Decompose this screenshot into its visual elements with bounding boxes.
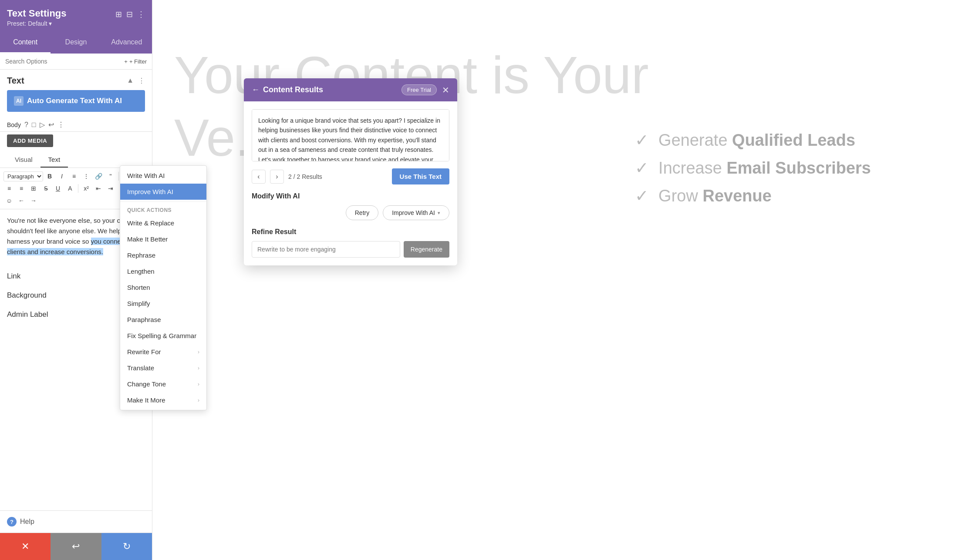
shorten-label: Shorten (127, 284, 150, 291)
change-tone-item[interactable]: Change Tone › (120, 376, 206, 392)
align-right-button[interactable]: ≡ (3, 183, 15, 194)
close-footer-icon: ✕ (21, 541, 29, 552)
bg-checklist: ✓ Generate Qualified Leads ✓ Increase Em… (635, 131, 871, 214)
fix-spelling-label: Fix Spelling & Grammar (127, 332, 196, 339)
improve-dropdown: Write With AI Improve With AI Quick Acti… (120, 165, 207, 410)
write-replace-item[interactable]: Write & Replace (120, 215, 206, 231)
emoji-button[interactable]: ☺ (3, 195, 15, 206)
help-row: ? Help (0, 510, 152, 533)
improve-with-ai-item[interactable]: Improve With AI (120, 184, 206, 200)
write-with-ai-item[interactable]: Write With AI (120, 168, 206, 184)
make-it-more-chevron: › (198, 397, 199, 403)
indent-right-button[interactable]: ⇥ (105, 183, 116, 194)
section-more-icon[interactable]: ⋮ (138, 77, 145, 85)
tab-advanced[interactable]: Advanced (101, 32, 152, 54)
text-color-button[interactable]: A (64, 183, 76, 194)
modal-close-button[interactable]: ✕ (442, 85, 449, 95)
result-count: 2 / 2 Results (288, 173, 322, 180)
undo-toolbar-icon[interactable]: ↩ (48, 121, 54, 129)
strikethrough-button[interactable]: S̶ (40, 183, 51, 194)
translate-label: Translate (127, 364, 154, 372)
redo-format-button[interactable]: → (28, 195, 39, 206)
divider-1 (118, 172, 119, 181)
use-this-text-button[interactable]: Use This Text (392, 168, 449, 184)
undo-footer-icon: ↩ (72, 541, 80, 552)
redo-footer-button[interactable]: ↻ (101, 533, 152, 560)
underline-button[interactable]: U (52, 183, 64, 194)
make-it-more-item[interactable]: Make It More › (120, 392, 206, 408)
lengthen-item[interactable]: Lengthen (120, 263, 206, 279)
ordered-list-button[interactable]: ⋮ (81, 171, 92, 182)
next-result-button[interactable]: › (270, 170, 284, 184)
paragraph-select[interactable]: Paragraph (3, 171, 43, 181)
translate-item[interactable]: Translate › (120, 360, 206, 376)
link-button[interactable]: 🔗 (93, 171, 104, 182)
collapse-icon[interactable]: ▲ (127, 77, 134, 85)
superscript-button[interactable]: x² (81, 183, 92, 194)
editor-tab-text[interactable]: Text (40, 152, 68, 168)
undo-format-button[interactable]: ← (16, 195, 27, 206)
check-icon-2: ✓ (635, 159, 649, 177)
editor-tab-visual[interactable]: Visual (7, 152, 40, 168)
sidebar-title: Text Settings (7, 8, 67, 19)
mobile-icon[interactable]: □ (32, 121, 36, 129)
simplify-item[interactable]: Simplify (120, 295, 206, 312)
prev-result-button[interactable]: ‹ (252, 170, 266, 184)
table-button[interactable]: ⊞ (28, 183, 39, 194)
simplify-label: Simplify (127, 300, 150, 307)
ai-generate-button[interactable]: AI Auto Generate Text With AI (7, 90, 145, 112)
improve-with-ai-modal-button[interactable]: Improve With AI ▾ (383, 205, 449, 220)
add-media-button[interactable]: ADD MEDIA (7, 134, 53, 147)
unordered-list-button[interactable]: ≡ (68, 171, 80, 182)
retry-button[interactable]: Retry (346, 205, 378, 220)
sidebar-preset[interactable]: Preset: Default ▾ (7, 20, 67, 27)
tab-content[interactable]: Content (0, 32, 51, 54)
regenerate-button[interactable]: Regenerate (404, 241, 449, 258)
search-input[interactable] (5, 58, 121, 65)
help-label[interactable]: Help (20, 518, 34, 526)
modal-header-right: Free Trial ✕ (401, 84, 449, 95)
filter-label: + Filter (129, 58, 147, 65)
refine-input[interactable] (252, 241, 400, 258)
help-icon[interactable]: ? (24, 121, 28, 129)
sidebar-search-row: + + Filter (0, 54, 152, 70)
check-icon-3: ✓ (635, 187, 649, 205)
make-better-item[interactable]: Make It Better (120, 231, 206, 247)
write-replace-label: Write & Replace (127, 219, 174, 227)
bold-button[interactable]: B (44, 171, 55, 182)
refine-section-label: Refine Result (252, 228, 449, 236)
back-arrow-icon[interactable]: ← (252, 85, 260, 94)
blockquote-button[interactable]: " (105, 171, 116, 182)
free-trial-badge[interactable]: Free Trial (401, 84, 437, 95)
modify-section-label: Modify With AI (252, 192, 449, 200)
rewrite-for-item[interactable]: Rewrite For › (120, 344, 206, 360)
filter-button[interactable]: + + Filter (124, 58, 147, 65)
fix-spelling-item[interactable]: Fix Spelling & Grammar (120, 328, 206, 344)
add-media-area: ADD MEDIA (0, 132, 152, 149)
modal-title: ← Content Results (252, 85, 323, 94)
shorten-item[interactable]: Shorten (120, 279, 206, 295)
result-textarea[interactable]: Looking for a unique brand voice that se… (252, 109, 449, 161)
sidebar-header: Text Settings Preset: Default ▾ ⊞ ⊟ ⋮ (0, 0, 152, 32)
quick-actions-label: Quick Actions (120, 204, 206, 215)
tab-design[interactable]: Design (51, 32, 101, 54)
paraphrase-item[interactable]: Paraphrase (120, 312, 206, 328)
cursor-icon[interactable]: ▷ (40, 121, 45, 129)
modal-body: Looking for a unique brand voice that se… (244, 101, 457, 265)
rephrase-item[interactable]: Rephrase (120, 247, 206, 263)
more-toolbar-icon[interactable]: ⋮ (57, 121, 64, 129)
text-section-title: Text (7, 76, 24, 86)
bg-checklist-item-3: ✓ Grow Revenue (635, 186, 871, 205)
columns-icon[interactable]: ⊟ (126, 10, 133, 19)
align-justify-button[interactable]: ≡ (16, 183, 27, 194)
more-icon[interactable]: ⋮ (137, 10, 145, 19)
undo-footer-button[interactable]: ↩ (51, 533, 101, 560)
improve-with-ai-label: Improve With AI (127, 188, 173, 195)
expand-icon[interactable]: ⊞ (115, 10, 122, 19)
help-icon-circle: ? (7, 517, 17, 526)
indent-left-button[interactable]: ⇤ (93, 183, 104, 194)
result-nav: ‹ › 2 / 2 Results Use This Text (252, 168, 449, 184)
make-better-label: Make It Better (127, 235, 168, 243)
italic-button[interactable]: I (56, 171, 67, 182)
close-footer-button[interactable]: ✕ (0, 533, 51, 560)
